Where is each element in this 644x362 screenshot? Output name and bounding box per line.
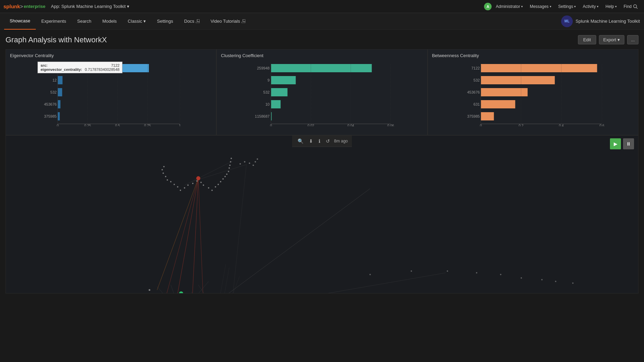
svg-point-122 xyxy=(167,179,168,181)
svg-point-140 xyxy=(239,163,241,164)
play-button[interactable]: ▶ xyxy=(610,138,621,149)
refresh-icon[interactable]: ↺ xyxy=(324,138,331,145)
network-graph-svg[interactable]: 7122 xyxy=(6,136,638,293)
nav-experiments[interactable]: Experiments xyxy=(36,13,72,30)
external-link-icon xyxy=(196,19,200,23)
svg-point-113 xyxy=(196,180,197,182)
svg-point-164 xyxy=(500,274,501,275)
tooltip-src-row: src: 7122 xyxy=(41,63,119,67)
svg-point-118 xyxy=(180,190,181,191)
svg-point-116 xyxy=(187,184,189,186)
sec-nav-right: ML Splunk Machine Learning Toolkit xyxy=(561,15,640,27)
bc-y-453676: 453676 xyxy=(467,90,480,94)
x-label-0: 0 xyxy=(57,124,59,126)
clustering-chart-svg: 259948 9 532 10 1158687 0 0.02 0.04 xyxy=(221,61,423,126)
cc-y-1158687: 1158687 xyxy=(255,114,270,118)
download-icon[interactable]: ⬇ xyxy=(308,138,314,145)
x-label-025: 0.25 xyxy=(84,124,91,126)
svg-point-167 xyxy=(555,281,556,282)
admin-icon[interactable]: A xyxy=(484,3,492,10)
clustering-bar-532 xyxy=(271,88,288,96)
clustering-bar-259948[interactable] xyxy=(271,64,372,72)
eigenvector-chart-area: 7122 12 532 453676 375985 0 0.25 xyxy=(10,61,212,126)
tooltip-src-label: src: xyxy=(41,63,47,67)
svg-point-117 xyxy=(184,187,185,189)
svg-rect-3 xyxy=(243,19,245,22)
tooltip-src-value: 7122 xyxy=(111,63,119,67)
help-menu[interactable]: Help▾ xyxy=(603,3,620,10)
svg-point-134 xyxy=(226,173,227,175)
cc-y-259948: 259948 xyxy=(257,66,270,70)
betweenness-chart-panel: Betweenness Centrality 7122 532 453676 6… xyxy=(428,49,638,135)
svg-text:0.6: 0.6 xyxy=(599,124,604,126)
pause-button[interactable]: ⏸ xyxy=(623,138,634,149)
app-name[interactable]: App: Splunk Machine Learning Toolkit ▾ xyxy=(51,4,129,9)
edit-button[interactable]: Edit xyxy=(578,35,596,44)
svg-text:0.4: 0.4 xyxy=(559,124,564,126)
betweenness-bar-7122[interactable] xyxy=(481,64,597,72)
x-label-075: 0.75 xyxy=(144,124,151,126)
svg-point-130 xyxy=(217,184,219,185)
svg-point-131 xyxy=(220,181,221,182)
nav-search[interactable]: Search xyxy=(72,13,97,30)
clustering-chart-area: 259948 9 532 10 1158687 0 0.02 0.04 xyxy=(221,61,423,126)
svg-text:0: 0 xyxy=(480,124,482,126)
more-button[interactable]: ... xyxy=(627,35,638,44)
svg-point-135 xyxy=(228,171,229,172)
external-link-icon-2 xyxy=(242,19,245,23)
messages-menu[interactable]: Messages▾ xyxy=(527,3,554,10)
eigenvector-tooltip: src: 7122 eigenvector_centrality: 0.7178… xyxy=(37,62,122,73)
enterprise-text: enterprise xyxy=(24,4,45,9)
svg-point-160 xyxy=(369,274,371,275)
nav-models[interactable]: Models xyxy=(97,13,122,30)
nav-settings[interactable]: Settings xyxy=(151,13,179,30)
nav-video-tutorials[interactable]: Video Tutorials xyxy=(205,13,251,30)
tooltip-metric-row: eigenvector_centrality: 0.71787834002854… xyxy=(41,67,119,72)
play-controls: ▶ ⏸ xyxy=(610,138,634,149)
main-hub-node[interactable] xyxy=(196,176,200,180)
x-label-1: 1 xyxy=(179,124,181,126)
cc-y-532: 532 xyxy=(264,90,270,94)
svg-point-128 xyxy=(211,190,213,191)
svg-point-112 xyxy=(192,183,193,184)
page-content: Graph Analysis with NetworkX Edit Export… xyxy=(0,30,644,299)
svg-point-143 xyxy=(253,164,254,166)
svg-point-133 xyxy=(224,176,226,177)
splunk-logo[interactable]: splunk>enterprise xyxy=(3,3,45,9)
clustering-bar-9 xyxy=(271,76,296,84)
nav-classic[interactable]: Classic▾ xyxy=(122,13,151,30)
svg-point-136 xyxy=(228,167,230,169)
mlk-logo: ML xyxy=(561,15,573,27)
nav-docs[interactable]: Docs xyxy=(179,13,205,30)
app-title: Splunk Machine Learning Toolkit xyxy=(576,19,640,24)
svg-point-123 xyxy=(165,176,166,177)
export-button[interactable]: Export ▾ xyxy=(599,35,625,44)
betweenness-bar-532 xyxy=(481,76,555,84)
top-nav-items: A Administrator▾ Messages▾ Settings▾ Act… xyxy=(484,3,641,10)
svg-point-129 xyxy=(215,186,216,188)
info-icon[interactable]: ℹ xyxy=(317,138,322,145)
clustering-chart-panel: Clustering Coefficient 259948 9 532 10 1… xyxy=(216,49,427,135)
eigenvector-bar-532 xyxy=(58,88,62,96)
y-label-532: 532 xyxy=(50,90,56,94)
svg-rect-27 xyxy=(6,137,638,292)
nav-showcase[interactable]: Showcase xyxy=(4,13,36,30)
svg-point-86 xyxy=(149,289,150,291)
find-button[interactable]: Find xyxy=(621,3,641,10)
settings-menu[interactable]: Settings▾ xyxy=(556,3,579,10)
svg-line-1 xyxy=(636,7,638,9)
svg-text:0.2: 0.2 xyxy=(518,124,523,126)
time-ago: 8m ago xyxy=(334,139,348,143)
svg-point-139 xyxy=(230,158,232,159)
page-header: Graph Analysis with NetworkX Edit Export… xyxy=(6,35,638,44)
network-toolbar: 🔍 ⬇ ℹ ↺ 8m ago xyxy=(292,136,352,147)
charts-row: Eigenvector Centrality 7122 12 532 45367… xyxy=(6,49,638,135)
svg-point-142 xyxy=(249,162,250,164)
activity-menu[interactable]: Activity▾ xyxy=(580,3,601,10)
administrator-menu[interactable]: Administrator▾ xyxy=(493,3,526,10)
header-buttons: Edit Export ▾ ... xyxy=(578,35,638,44)
svg-point-166 xyxy=(541,279,543,280)
bc-y-532: 532 xyxy=(473,78,480,82)
zoom-icon[interactable]: 🔍 xyxy=(296,138,305,145)
svg-text:0.02: 0.02 xyxy=(308,124,314,126)
